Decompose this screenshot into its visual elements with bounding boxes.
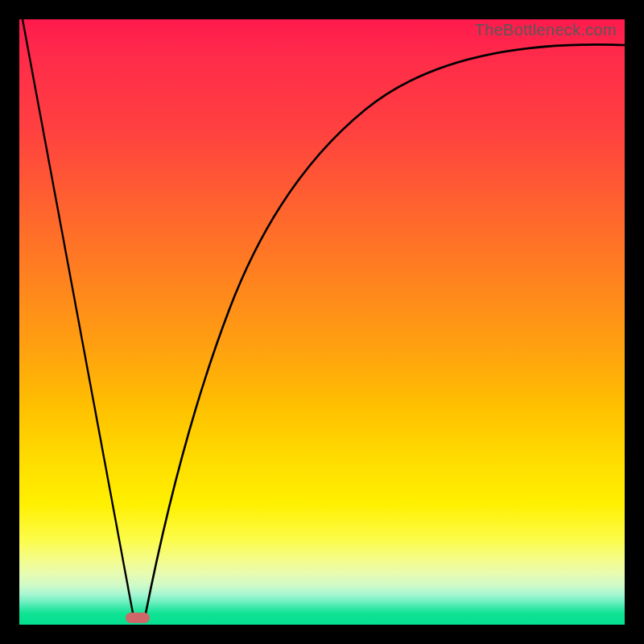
curve-right-rise xyxy=(145,44,625,617)
optimum-marker xyxy=(126,613,150,623)
bottleneck-curve xyxy=(19,19,625,625)
watermark-text: TheBottleneck.com xyxy=(475,21,617,39)
chart-frame: TheBottleneck.com xyxy=(0,0,644,644)
curve-left-descent xyxy=(23,19,134,617)
plot-area: TheBottleneck.com xyxy=(19,19,625,625)
